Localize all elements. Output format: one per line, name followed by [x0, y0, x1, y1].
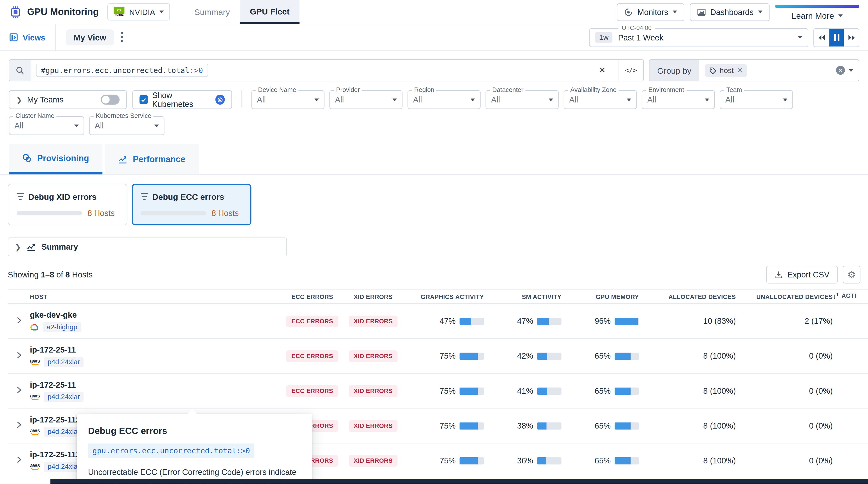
filter-value: All — [491, 95, 500, 104]
time-backward-button[interactable] — [814, 29, 829, 46]
monitors-button[interactable]: Monitors — [617, 3, 684, 21]
table-row[interactable]: ip-172-25-11 aws p4d.24xlar ECC ERRORS X… — [8, 339, 868, 374]
current-view-pill[interactable]: My View — [66, 29, 114, 45]
chevron-down-icon — [627, 98, 631, 101]
ecc-errors-badge[interactable]: ECC ERRORS — [286, 385, 338, 397]
code-view-toggle[interactable]: </> — [618, 60, 643, 81]
col-sm-activity[interactable]: SM ACTIVITY — [484, 293, 561, 300]
expand-row-button[interactable] — [8, 316, 30, 326]
filter-select[interactable]: Region All — [408, 90, 480, 109]
tab-gpu-fleet[interactable]: GPU Fleet — [240, 0, 300, 24]
table-row[interactable]: gke-dev-gke a2-highgp — [8, 304, 868, 339]
graphics-activity-bar — [460, 422, 484, 429]
gpu-memory-cell: 65% — [561, 421, 639, 430]
tab-provisioning[interactable]: Provisioning — [9, 144, 102, 174]
expand-row-button[interactable] — [8, 421, 30, 431]
remove-tag-icon[interactable]: ✕ — [737, 66, 743, 74]
views-button[interactable]: Views — [9, 33, 45, 42]
ecc-errors-badge[interactable]: ECC ERRORS — [286, 350, 338, 362]
chevron-down-icon — [549, 98, 553, 101]
gpu-memory-cell: 65% — [561, 352, 639, 360]
vendor-select[interactable]: NVIDIA NVIDIA — [107, 3, 170, 20]
filter-select[interactable]: Provider All — [330, 90, 402, 109]
host-link[interactable]: ip-172-25-11 — [30, 380, 180, 389]
hosts-progress-bar — [17, 211, 82, 215]
expand-row-button[interactable] — [8, 386, 30, 396]
tab-performance[interactable]: Performance — [104, 144, 198, 174]
search-input[interactable]: #gpu.errors.ecc.uncorrected.total:>0 ✕ — [30, 60, 618, 81]
debug-ecc-errors-card[interactable]: Debug ECC errors 8 Hosts — [132, 184, 251, 225]
group-by-control[interactable]: Group by host ✕ ✕ — [649, 59, 859, 82]
allocated-devices-cell: 8 (100%) — [639, 352, 736, 360]
table-settings-button[interactable]: ⚙ — [843, 266, 861, 284]
expand-row-button[interactable] — [8, 351, 30, 361]
show-kubernetes-filter[interactable]: Show Kubernetes ☸ — [132, 90, 232, 109]
chevron-down-icon — [673, 10, 677, 13]
col-graphics-activity[interactable]: GRAPHICS ACTIVITY — [401, 293, 484, 300]
my-teams-filter[interactable]: ❯ My Teams — [9, 90, 127, 109]
xid-errors-badge[interactable]: XID ERRORS — [349, 315, 398, 327]
summary-section-toggle[interactable]: ❯ Summary — [8, 237, 287, 256]
filter-select[interactable]: Environment All — [642, 90, 715, 109]
ecc-errors-badge[interactable]: ECC ERRORS — [286, 315, 338, 327]
filter-select[interactable]: Cluster Name All — [9, 116, 84, 135]
showing-count: Showing 1–8 of 8 Hosts — [8, 270, 93, 279]
group-by-tag-host[interactable]: host ✕ — [705, 64, 747, 76]
expand-row-button[interactable] — [8, 456, 30, 466]
filter-select[interactable]: Device Name All — [251, 90, 324, 109]
main-content: Debug XID errors 8 Hosts Debug ECC error… — [0, 184, 868, 478]
sm-activity-bar — [537, 387, 561, 394]
host-link[interactable]: ip-172-25-11 — [30, 345, 180, 354]
xid-errors-badge[interactable]: XID ERRORS — [349, 350, 398, 362]
filter-select[interactable]: Datacenter All — [486, 90, 558, 109]
time-playback-group — [813, 28, 859, 47]
filter-value: All — [257, 95, 266, 104]
main-nav-tabs: Summary GPU Fleet — [184, 0, 300, 24]
graphics-activity-bar — [460, 387, 484, 394]
tooltip-arrow — [187, 409, 198, 415]
clear-group-by-icon[interactable]: ✕ — [836, 66, 845, 75]
instance-type-pill[interactable]: p4d.24xlar — [44, 357, 84, 367]
gpu-memory-bar — [615, 457, 639, 464]
table-row[interactable]: ip-172-25-11 aws p4d.24xlar ECC ERRORS X… — [8, 374, 868, 409]
chevron-down-icon[interactable] — [849, 69, 853, 72]
host-cell: gke-dev-gke a2-highgp — [30, 310, 180, 332]
col-allocated-devices[interactable]: ALLOCATED DEVICES — [639, 293, 736, 300]
search-box[interactable]: #gpu.errors.ecc.uncorrected.total:>0 ✕ <… — [9, 59, 644, 82]
col-unallocated-devices[interactable]: UNALLOCATED DEVICES — [736, 293, 833, 300]
time-forward-button[interactable] — [844, 29, 859, 46]
clear-search-icon[interactable]: ✕ — [592, 65, 613, 75]
filter-select[interactable]: Availability Zone All — [564, 90, 637, 109]
filter-value: All — [569, 95, 578, 104]
col-gpu-memory[interactable]: GPU MEMORY — [561, 293, 639, 300]
dashboards-button[interactable]: Dashboards — [690, 3, 770, 21]
host-cell: ip-172-25-11 aws p4d.24xlar — [30, 345, 180, 367]
col-ecc-errors[interactable]: ECC ERRORS — [279, 293, 346, 300]
view-options-kebab-icon[interactable]: ••• — [121, 32, 123, 43]
instance-type-pill[interactable]: a2-highgp — [42, 322, 81, 332]
export-csv-button[interactable]: Export CSV — [767, 266, 838, 284]
learn-more-button[interactable]: Learn More — [775, 3, 859, 20]
kubernetes-checkbox[interactable] — [140, 95, 148, 104]
filter-select[interactable]: Team All — [720, 90, 793, 109]
views-panel-icon — [9, 33, 18, 42]
query-token[interactable]: #gpu.errors.ecc.uncorrected.total:>0 — [36, 64, 208, 77]
xid-errors-badge[interactable]: XID ERRORS — [349, 385, 398, 397]
col-active[interactable]: ↓1 ACTI — [833, 292, 868, 300]
table-header-row: HOST ECC ERRORS XID ERRORS GRAPHICS ACTI… — [8, 289, 868, 304]
xid-errors-badge[interactable]: XID ERRORS — [349, 455, 398, 466]
my-teams-toggle[interactable] — [101, 95, 120, 105]
pause-button[interactable] — [829, 29, 844, 46]
col-xid-errors[interactable]: XID ERRORS — [346, 293, 401, 300]
time-range-select[interactable]: UTC-04:00 1w Past 1 Week — [589, 28, 808, 47]
filter-select[interactable]: Kubernetes Service All — [89, 116, 164, 135]
tab-summary[interactable]: Summary — [184, 0, 240, 24]
debug-xid-errors-card[interactable]: Debug XID errors 8 Hosts — [8, 184, 127, 225]
instance-type-pill[interactable]: p4d.24xlar — [44, 392, 84, 402]
aws-icon: aws — [30, 428, 40, 435]
xid-errors-badge[interactable]: XID ERRORS — [349, 420, 398, 431]
host-link[interactable]: gke-dev-gke — [30, 310, 180, 319]
debug-cards-row: Debug XID errors 8 Hosts Debug ECC error… — [8, 184, 860, 225]
col-host[interactable]: HOST — [30, 293, 180, 300]
filter-label: Kubernetes Service — [94, 112, 153, 119]
